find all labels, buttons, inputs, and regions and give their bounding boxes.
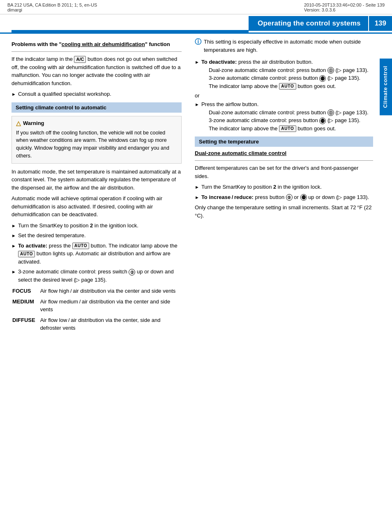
section-rule-1 — [12, 51, 182, 52]
deactivate-sub2: 3-zone automatic climate control: press … — [201, 74, 369, 82]
deactivate-bullet: ► To deactivate: press the air distribut… — [195, 58, 373, 90]
diffuse-label: DIFFUSE — [12, 316, 39, 334]
deactivate-bullets: ► To deactivate: press the air distribut… — [195, 58, 373, 90]
arrow-icon-t2: ► — [195, 194, 199, 201]
section-problems-heading: Problems with the "cooling with air dehu… — [12, 41, 182, 47]
side-tab: Climate control — [380, 58, 392, 115]
auto-bullet-1: ► Turn the SmartKey to position 2 in the… — [12, 222, 182, 230]
page-title-bar: Operating the control systems 139 — [0, 14, 392, 32]
problems-bullets: ► Consult a qualified specialist worksho… — [12, 90, 182, 98]
header-left-line2: dimargi — [7, 7, 97, 12]
deactivate-sub1: Dual-zone automatic climate control: pre… — [201, 66, 369, 74]
dual-zone-heading: Dual-zone automatic climate control — [195, 150, 373, 156]
section-temperature: Setting the temperature Dual-zone automa… — [195, 136, 373, 220]
airflow-bullet: ► Press the airflow button. Dual-zone au… — [195, 100, 373, 132]
medium-text: Air flow medium / air distribution via t… — [40, 298, 181, 315]
arrow-icon-a1: ► — [12, 222, 16, 229]
info-icon: ⓘ — [195, 38, 201, 46]
warning-box: △ Warning If you switch off the cooling … — [12, 116, 182, 164]
auto-badge-r1: AUTO — [279, 83, 296, 90]
temp-bullet-2: ► To increase / reduce: press button ⑤ o… — [195, 193, 373, 201]
circle-11: ② — [129, 269, 135, 275]
warning-label: Warning — [23, 120, 44, 126]
medium-label: MEDIUM — [12, 298, 39, 315]
temperature-bar: Setting the temperature — [195, 136, 373, 147]
focus-table: FOCUS Air flow high / air distribution v… — [12, 286, 182, 335]
temp-bullets: ► Turn the SmartKey to position 2 in the… — [195, 183, 373, 201]
temp-note: Only change the temperature setting in s… — [195, 204, 373, 220]
diffuse-text: Air flow low / air distribution via the … — [40, 316, 181, 334]
auto-badge-r2: AUTO — [279, 125, 296, 132]
arrow-icon-1: ► — [12, 91, 16, 98]
info-text: This setting is especially effective in … — [204, 38, 373, 54]
auto-badge-2: AUTO — [18, 251, 35, 257]
warning-icon: △ — [16, 120, 21, 127]
medium-row: MEDIUM Air flow medium / air distributio… — [12, 298, 181, 315]
warning-text: If you switch off the cooling function, … — [16, 129, 177, 160]
circle-10b: ⓪ — [327, 109, 334, 116]
info-note: ⓘ This setting is especially effective i… — [195, 38, 373, 54]
arrow-icon-a2: ► — [12, 232, 16, 239]
airflow-sub1: Dual-zone automatic climate control: pre… — [201, 109, 369, 117]
arrow-icon-a3: ► — [12, 243, 16, 250]
section-rule-temp — [195, 160, 373, 161]
auto-para-1: In automatic mode, the set temperature i… — [12, 168, 182, 192]
circle-13a: ⓫ — [319, 75, 326, 82]
doc-header: BA 212 USA, CA Edition B 2011; 1; 5, en-… — [0, 0, 392, 14]
header-left: BA 212 USA, CA Edition B 2011; 1; 5, en-… — [7, 2, 97, 12]
page-title: Operating the control systems — [249, 16, 368, 31]
circle-10a: ⓪ — [327, 67, 334, 74]
circle-9: ⑤ — [286, 194, 293, 201]
auto-para-2: Automatic mode will achieve optimal oper… — [12, 194, 182, 219]
circle-12c: ⓫ — [300, 194, 307, 201]
climate-auto-bar: Setting climate control to automatic — [12, 102, 182, 113]
auto-bullet-2: ► Set the desired temperature. — [12, 231, 182, 240]
header-left-line1: BA 212 USA, CA Edition B 2011; 1; 5, en-… — [7, 2, 97, 7]
circle-12b: ⓫ — [319, 118, 326, 124]
title-bar-inner: Operating the control systems 139 — [249, 16, 392, 31]
deactivate-sub3: The indicator lamp above the AUTO button… — [201, 82, 369, 90]
auto-badge-1: AUTO — [72, 243, 89, 249]
header-right-line2: Version: 3.0.3.6 — [304, 7, 385, 12]
warning-title: △ Warning — [16, 120, 177, 127]
left-column: Problems with the "cooling with air dehu… — [0, 34, 189, 342]
problems-para: If the indicator lamp in the A/C button … — [12, 55, 182, 87]
header-right-line1: 2010-05-20T13:33:46+02:00 - Seite 139 — [304, 2, 385, 7]
focus-text: Air flow high / air distribution via the… — [40, 287, 181, 297]
auto-bullets: ► Turn the SmartKey to position 2 in the… — [12, 222, 182, 284]
problems-bullet-1: ► Consult a qualified specialist worksho… — [12, 90, 182, 98]
temp-para: Different temperatures can be set for th… — [195, 164, 373, 180]
arrow-icon-t1: ► — [195, 184, 199, 191]
diffuse-row: DIFFUSE Air flow low / air distribution … — [12, 316, 181, 334]
airflow-bullets: ► Press the airflow button. Dual-zone au… — [195, 100, 373, 132]
header-right: 2010-05-20T13:33:46+02:00 - Seite 139 Ve… — [304, 2, 385, 12]
focus-label: FOCUS — [12, 287, 39, 297]
ac-badge: A/C — [74, 56, 86, 63]
section-climate-auto: Setting climate control to automatic △ W… — [12, 102, 182, 335]
right-column: ⓘ This setting is especially effective i… — [189, 34, 379, 342]
arrow-icon-a4: ► — [12, 268, 16, 275]
arrow-icon-af1: ► — [195, 101, 199, 108]
auto-bullet-4: ► 3-zone automatic climate control: pres… — [12, 268, 182, 284]
page-number: 139 — [368, 16, 392, 31]
arrow-icon-d1: ► — [195, 59, 199, 66]
side-tab-container: Climate control — [379, 34, 392, 342]
or-text: or — [195, 93, 373, 99]
airflow-sub2: 3-zone automatic climate control: press … — [201, 116, 369, 125]
airflow-sub3: The indicator lamp above the AUTO button… — [201, 125, 369, 133]
auto-bullet-3: ► To activate: press the AUTO button. Th… — [12, 242, 182, 266]
section-problems: Problems with the "cooling with air dehu… — [12, 41, 182, 98]
main-content: Problems with the "cooling with air dehu… — [0, 34, 392, 342]
focus-row: FOCUS Air flow high / air distribution v… — [12, 287, 181, 297]
temp-bullet-1: ► Turn the SmartKey to position 2 in the… — [195, 183, 373, 191]
